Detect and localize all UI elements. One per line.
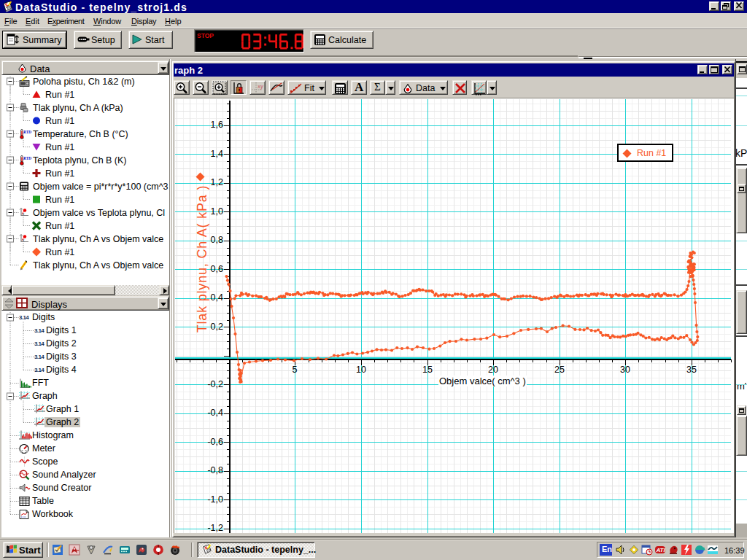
svg-text:3.14: 3.14 [34,341,44,347]
svg-text:ATI: ATI [655,547,665,553]
svg-text:xy: xy [257,84,264,90]
svg-text:3.14: 3.14 [34,354,44,360]
svg-text:x: x [23,238,25,242]
svg-text:RTD: RTD [23,130,31,134]
svg-text:RTD: RTD [23,156,31,160]
svg-text:3.14: 3.14 [19,314,29,321]
svg-text:3.14: 3.14 [34,367,44,373]
svg-text:x: x [23,211,25,216]
svg-text:3.14: 3.14 [34,327,44,334]
